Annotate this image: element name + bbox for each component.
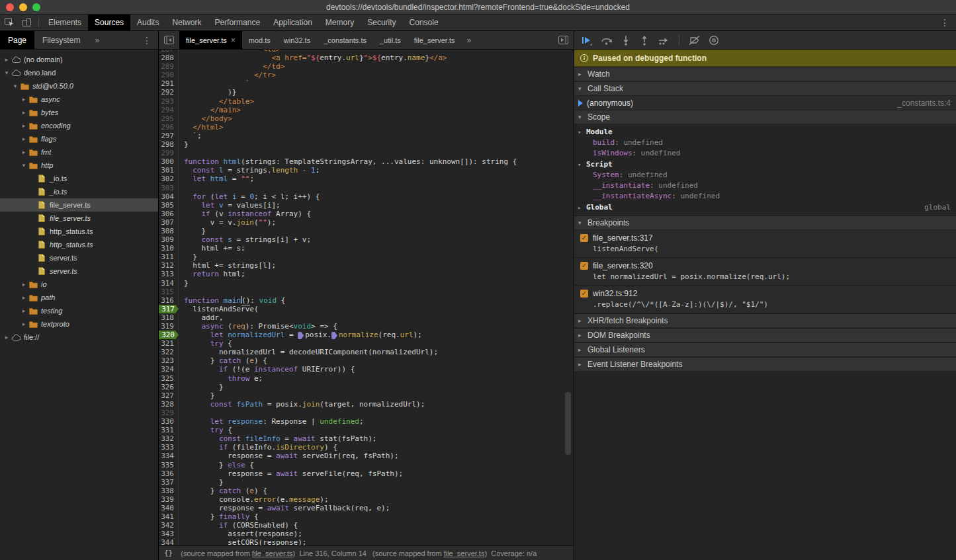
step-over-button[interactable]	[601, 35, 613, 46]
disclosure-arrow[interactable]: ▾	[11, 83, 19, 89]
code-text[interactable]: let response: Response | undefined;	[179, 417, 364, 426]
code-text[interactable]: }	[179, 478, 224, 487]
line-number[interactable]: 340	[159, 504, 179, 512]
inline-breakpoint-marker[interactable]	[298, 332, 304, 339]
code-text[interactable]: }	[179, 140, 189, 149]
line-number[interactable]: 288	[159, 54, 179, 62]
code-text[interactable]: v = v.join("");	[179, 218, 276, 227]
inspect-element-icon[interactable]	[4, 17, 15, 28]
line-number[interactable]: 291	[159, 79, 179, 88]
line-number[interactable]: 316	[159, 296, 179, 305]
line-number[interactable]: 344	[159, 538, 179, 545]
line-number[interactable]: 335	[159, 461, 179, 469]
line-number[interactable]: 298	[159, 140, 179, 149]
editor-tab-file-server-ts[interactable]: file_server.ts×	[179, 31, 242, 49]
code-text[interactable]: </html>	[179, 123, 224, 132]
line-number[interactable]: 302	[159, 175, 179, 183]
deactivate-breakpoints-button[interactable]	[689, 35, 701, 46]
code-view[interactable]: 287 <td>288 <a href="${entry.url}">${ent…	[159, 50, 574, 545]
code-text[interactable]: <a href="${entry.url}">${entry.name}</a>	[179, 54, 447, 62]
code-text[interactable]: try {	[179, 426, 232, 434]
show-debugger-icon[interactable]	[553, 31, 574, 49]
line-number[interactable]: 308	[159, 227, 179, 235]
scope-group-global[interactable]: ▸Globalglobal	[574, 202, 956, 213]
devtools-menu-icon[interactable]: ⋮	[934, 15, 956, 30]
code-text[interactable]: listenAndServe(	[179, 305, 259, 313]
line-number[interactable]: 336	[159, 469, 179, 478]
tree-item-encoding[interactable]: ▸encoding	[0, 119, 158, 132]
line-number[interactable]: 310	[159, 244, 179, 253]
line-number[interactable]: 305	[159, 201, 179, 210]
tree-item-textproto[interactable]: ▸textproto	[0, 317, 158, 331]
code-text[interactable]: } catch (e) {	[179, 487, 267, 495]
inline-breakpoint-marker[interactable]	[331, 332, 337, 339]
close-tab-icon[interactable]: ×	[231, 36, 236, 45]
line-number[interactable]: 313	[159, 270, 179, 278]
line-number[interactable]: 295	[159, 114, 179, 123]
call-stack-frame[interactable]: (anonymous)_constants.ts:4	[574, 96, 956, 110]
code-text[interactable]: addr,	[179, 313, 224, 322]
code-text[interactable]: if (fileInfo.isDirectory) {	[179, 443, 337, 452]
line-number[interactable]: 318	[159, 313, 179, 322]
breakpoint-entry[interactable]: ✓file_server.ts:317listenAndServe(	[574, 230, 956, 258]
breakpoint-marker[interactable]: 320	[159, 331, 179, 339]
line-number[interactable]: 312	[159, 261, 179, 270]
code-text[interactable]: }	[179, 253, 197, 261]
code-text[interactable]: `	[179, 79, 249, 88]
code-text[interactable]: let v = values[i];	[179, 201, 281, 210]
tab-network[interactable]: Network	[165, 15, 208, 30]
step-into-button[interactable]	[621, 35, 631, 46]
tree-item-flags[interactable]: ▸flags	[0, 132, 158, 145]
code-text[interactable]: }	[179, 391, 214, 400]
line-number[interactable]: 301	[159, 166, 179, 175]
navigator-tab-filesystem[interactable]: Filesystem	[34, 31, 88, 49]
tree-item-file-server-ts[interactable]: file_server.ts	[0, 212, 158, 225]
code-text[interactable]: let normalizedUrl = posix.normalize(req.…	[179, 331, 422, 339]
code-text[interactable]: response = await serveFile(req, fsPath);	[179, 469, 403, 478]
disclosure-arrow[interactable]: ▸	[3, 56, 11, 63]
code-text[interactable]: setCORS(response);	[179, 538, 306, 545]
tab-performance[interactable]: Performance	[208, 15, 267, 30]
code-text[interactable]: </tr>	[179, 71, 276, 79]
disclosure-arrow[interactable]: ▸	[20, 136, 28, 142]
tree-item-deno-land[interactable]: ▾deno.land	[0, 66, 158, 79]
code-text[interactable]: }	[179, 227, 206, 235]
breakpoint-checkbox[interactable]: ✓	[580, 290, 588, 298]
section-watch[interactable]: ▸Watch	[574, 67, 956, 81]
tree-item-http-status-ts[interactable]: http_status.ts	[0, 238, 158, 251]
line-number[interactable]: 343	[159, 530, 179, 538]
scope-group-script[interactable]: ▾Script	[574, 159, 956, 170]
breakpoint-marker[interactable]: 317	[159, 305, 179, 313]
code-text[interactable]: } catch (e) {	[179, 356, 267, 365]
line-number[interactable]: 309	[159, 235, 179, 244]
line-number[interactable]: 332	[159, 434, 179, 443]
tree-item-server-ts[interactable]: server.ts	[0, 251, 158, 264]
section-global-listeners[interactable]: ▸Global Listeners	[574, 342, 956, 357]
line-number[interactable]: 306	[159, 210, 179, 218]
code-text[interactable]: response = await serveDir(req, fsPath);	[179, 452, 399, 460]
zoom-window-button[interactable]	[32, 3, 40, 11]
disclosure-arrow[interactable]: ▸	[20, 96, 28, 102]
tree-item-testing[interactable]: ▸testing	[0, 304, 158, 317]
section-xhr-fetch-breakpoints[interactable]: ▸XHR/fetch Breakpoints	[574, 313, 956, 328]
code-text[interactable]: response = await serveFallback(req, e);	[179, 504, 390, 512]
line-number[interactable]: 333	[159, 443, 179, 452]
tree-item-bytes[interactable]: ▸bytes	[0, 106, 158, 119]
code-text[interactable]	[179, 288, 184, 296]
line-number[interactable]: 323	[159, 356, 179, 365]
code-text[interactable]: assert(response);	[179, 530, 302, 538]
disclosure-arrow[interactable]: ▸	[20, 109, 28, 116]
line-number[interactable]: 339	[159, 495, 179, 504]
line-number[interactable]: 327	[159, 391, 179, 400]
disclosure-arrow[interactable]: ▸	[20, 321, 28, 327]
breakpoint-entry[interactable]: ✓win32.ts:912.replace(/^\/*([A-Za-z]:)(\…	[574, 286, 956, 313]
section-call-stack[interactable]: ▾Call Stack	[574, 81, 956, 96]
code-text[interactable]: html += strings[l];	[179, 261, 276, 270]
editor-tab-constants-ts[interactable]: _constants.ts	[317, 31, 373, 49]
tree-item-fmt[interactable]: ▸fmt	[0, 145, 158, 159]
code-text[interactable]: for (let i = 0; i < l; i++) {	[179, 192, 320, 201]
disclosure-arrow[interactable]: ▸	[20, 294, 28, 301]
line-number[interactable]: 337	[159, 478, 179, 487]
line-number[interactable]: 297	[159, 132, 179, 140]
code-text[interactable]: normalizedUrl = decodeURIComponent(norma…	[179, 348, 438, 356]
